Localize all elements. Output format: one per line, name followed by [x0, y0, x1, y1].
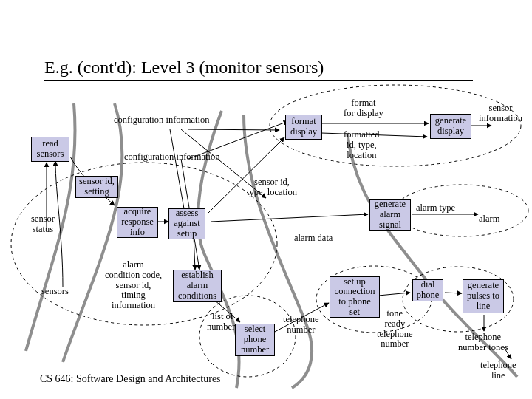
process-dial-phone: dial phone: [412, 279, 443, 301]
label-sensors: sensors: [41, 287, 69, 297]
label-list-of-numbers: list of numbers: [207, 312, 239, 332]
label-config-info-2: configuration information: [124, 152, 219, 163]
process-set-up-connection: set up connection to phone set: [330, 276, 380, 318]
process-establish-alarm-conditions: establish alarm conditions: [173, 270, 222, 302]
svg-line-8: [170, 129, 185, 213]
label-sensor-id-type-loc: sensor id, type, location: [247, 177, 297, 198]
label-alarm-type: alarm type: [416, 203, 455, 214]
svg-line-22: [378, 293, 410, 296]
svg-line-10: [188, 129, 279, 130]
svg-line-13: [207, 137, 284, 214]
label-telephone-number: telephone number: [283, 315, 319, 335]
svg-line-15: [211, 214, 368, 222]
label-formatted-id: formatted id, type, location: [344, 130, 380, 160]
label-format-for-display: format for display: [344, 98, 383, 119]
process-assess-against-setup: assess against setup: [168, 208, 205, 239]
label-sensor-status: sensor status: [31, 214, 55, 235]
slide-footer: CS 646: Software Design and Architecture…: [40, 373, 221, 385]
title-underline: [44, 80, 473, 81]
store-sensor-id-setting: sensor id, setting: [75, 176, 118, 198]
label-sensor-information: sensor information: [479, 103, 522, 124]
page-title: E.g. (cont'd): Level 3 (monitor sensors): [44, 58, 324, 78]
process-format-display: format display: [285, 115, 322, 140]
process-select-phone-number: select phone number: [235, 324, 275, 356]
label-alarm-data: alarm data: [294, 233, 332, 244]
label-alarm: alarm: [479, 214, 499, 225]
label-tone-ready: tone ready telephone number: [377, 309, 413, 349]
svg-line-23: [445, 293, 462, 293]
label-telephone-line: telephone line: [480, 361, 516, 381]
process-generate-alarm-signal: generate alarm signal: [369, 200, 411, 231]
svg-point-1: [395, 185, 528, 236]
process-generate-display: generate display: [430, 114, 471, 139]
process-generate-pulses: generate pulses to line: [463, 279, 504, 313]
label-alarm-cond-code: alarm condition code, sensor id, timing …: [105, 260, 162, 311]
process-acquire-response-info: acquire response info: [117, 207, 158, 238]
label-telephone-number-tones: telephone number tones: [458, 332, 508, 353]
process-read-sensors: read sensors: [31, 137, 69, 162]
svg-line-14: [194, 235, 195, 270]
label-config-info-1: configuration information: [114, 115, 209, 126]
